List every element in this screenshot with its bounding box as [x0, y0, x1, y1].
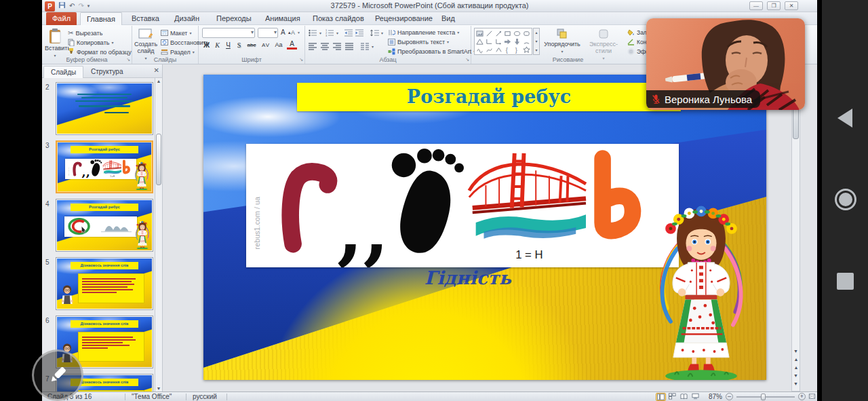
zoom-slider[interactable] — [736, 396, 795, 398]
tab-home[interactable]: Главная — [80, 12, 122, 25]
paste-button[interactable]: Вставить▾ — [45, 28, 65, 58]
shape-triangle[interactable] — [475, 37, 485, 45]
android-back-button[interactable] — [837, 109, 852, 128]
slideshow-view-button[interactable] — [690, 393, 701, 401]
change-case-button[interactable]: Aa — [273, 40, 284, 50]
grow-font-button[interactable]: A▲ — [281, 28, 292, 37]
underline-button[interactable]: Ч — [223, 40, 233, 50]
tab-animations[interactable]: Анимация — [259, 12, 307, 25]
shape-elbow-arrow[interactable] — [494, 37, 503, 45]
android-home-button[interactable] — [835, 189, 856, 210]
tab-insert[interactable]: Вставка — [125, 12, 165, 25]
shape-rectangle[interactable] — [503, 29, 513, 37]
bullets-button[interactable]: ▾ — [309, 28, 321, 37]
align-left-button[interactable] — [309, 42, 317, 51]
rebus-image[interactable] — [246, 144, 679, 267]
fit-to-window-button[interactable] — [807, 393, 817, 401]
line-spacing-button[interactable]: ▾ — [370, 28, 383, 37]
reading-view-button[interactable] — [679, 393, 689, 401]
current-slide[interactable]: Розгадай ребус Гідність — [203, 75, 766, 380]
shape-down-arrow[interactable] — [513, 37, 522, 45]
convert-smartart-button[interactable]: Преобразовать в SmartArt ▾ — [388, 47, 475, 56]
zoom-percentage[interactable]: 87% — [709, 393, 722, 401]
clipboard-dialog-launcher[interactable]: ↘ — [126, 57, 130, 62]
slide-thumbnail-5[interactable]: 5 Дізнаємось значення слів — [42, 257, 157, 311]
language-indicator[interactable]: русский — [193, 393, 217, 401]
align-center-button[interactable] — [321, 42, 330, 51]
italic-button[interactable]: К — [212, 40, 222, 50]
justify-button[interactable] — [345, 42, 354, 51]
tab-slideshow[interactable]: Показ слайдов — [307, 12, 370, 25]
section-button[interactable]: Раздел ▾ — [161, 47, 195, 56]
columns-button[interactable]: ▾ — [361, 42, 374, 51]
scroll-down-icon[interactable]: ▼ — [792, 347, 800, 356]
cut-button[interactable]: ✂Вырезать — [68, 28, 102, 37]
normal-view-button[interactable] — [656, 393, 666, 401]
zoom-out-button[interactable]: – — [726, 393, 733, 400]
zoom-in-button[interactable]: + — [798, 393, 806, 400]
numbering-button[interactable]: 123▾ — [326, 28, 338, 37]
tab-review[interactable]: Рецензирование — [369, 12, 439, 25]
shape-arc[interactable] — [521, 37, 531, 45]
webcam-overlay[interactable]: Вероника Луньова — [646, 18, 805, 110]
panel-scrollbar[interactable]: ▲ ▼ — [155, 78, 162, 392]
panel-tab-slides[interactable]: Слайды — [43, 66, 83, 78]
slide-sorter-view-button[interactable] — [667, 393, 677, 401]
text-shadow-button[interactable]: S — [234, 40, 244, 50]
shape-left-brace[interactable]: { — [503, 45, 513, 54]
zoom-slider-thumb[interactable] — [761, 394, 766, 400]
copy-button[interactable]: Копировать ▾ — [68, 38, 113, 47]
shape-arrow[interactable] — [494, 29, 503, 37]
tab-transitions[interactable]: Переходы — [210, 12, 258, 25]
shape-freeform[interactable] — [494, 45, 503, 54]
shapes-gallery[interactable]: { } — [474, 28, 532, 55]
shape-oval[interactable] — [513, 29, 522, 37]
layout-button[interactable]: Макет ▾ — [161, 28, 192, 37]
maximize-button[interactable]: ❐ — [767, 1, 781, 10]
previous-slide-button[interactable]: ▲▲ — [792, 356, 800, 372]
text-direction-button[interactable]: Направление текста ▾ — [388, 28, 459, 37]
tab-view[interactable]: Вид — [435, 12, 461, 25]
close-button[interactable]: ✕ — [785, 1, 798, 10]
slide-thumbnail-4[interactable]: 4 Розгадай ребус — [42, 199, 157, 253]
align-right-button[interactable] — [333, 42, 342, 51]
android-recents-button[interactable] — [837, 273, 854, 290]
font-color-button[interactable]: A — [287, 40, 297, 50]
font-dialog-launcher[interactable]: ↘ — [299, 57, 303, 62]
align-text-button[interactable]: Выровнять текст ▾ — [388, 37, 449, 46]
scroll-down-icon[interactable]: ▼ — [155, 386, 162, 391]
panel-tab-outline[interactable]: Структура — [84, 66, 130, 78]
shape-scribble[interactable] — [475, 45, 485, 54]
shape-right-arrow[interactable] — [503, 37, 513, 45]
shape-curve[interactable] — [485, 45, 494, 54]
bold-button[interactable]: Ж — [201, 40, 212, 50]
tab-file[interactable]: Файл — [46, 12, 77, 25]
shapes-scroll[interactable]: ▴▾▾ — [533, 28, 540, 55]
shape-elbow[interactable] — [485, 37, 494, 45]
font-name-combo[interactable] — [202, 28, 255, 38]
annotate-pencil-fab[interactable] — [32, 349, 83, 401]
shape-rounded-rectangle[interactable] — [521, 29, 531, 37]
scroll-up-icon[interactable]: ▲ — [155, 79, 162, 83]
decrease-indent-button[interactable] — [344, 28, 353, 37]
paragraph-dialog-launcher[interactable]: ↘ — [465, 57, 469, 62]
shape-star[interactable] — [521, 45, 531, 54]
tab-design[interactable]: Дизайн — [168, 12, 205, 25]
font-size-combo[interactable] — [258, 28, 278, 38]
next-slide-button[interactable]: ▼▼ — [792, 372, 800, 388]
minimize-button[interactable]: — — [749, 1, 763, 10]
slide-thumbnail-2[interactable]: 2 — [42, 82, 157, 136]
panel-close-icon[interactable]: ✕ — [154, 66, 159, 74]
shape-right-brace[interactable]: } — [513, 45, 522, 54]
strikethrough-button[interactable]: abc — [245, 40, 258, 50]
shape-line[interactable] — [485, 29, 494, 37]
slide-thumbnail-3-selected[interactable]: 3 Розгадай ребус — [42, 140, 157, 195]
arrange-button[interactable]: Упорядочить▾ — [543, 28, 581, 54]
format-painter-button[interactable]: Формат по образцу — [68, 47, 132, 56]
shape-picture[interactable] — [475, 29, 485, 37]
theme-name[interactable]: "Тема Office" — [132, 393, 172, 401]
character-spacing-button[interactable]: AV — [260, 40, 272, 50]
increase-indent-button[interactable] — [355, 28, 363, 37]
panel-scroll-thumb[interactable] — [156, 134, 161, 185]
editor-scrollbar[interactable]: ▲ ▼ ▲▲ ▼▼ — [791, 64, 800, 392]
